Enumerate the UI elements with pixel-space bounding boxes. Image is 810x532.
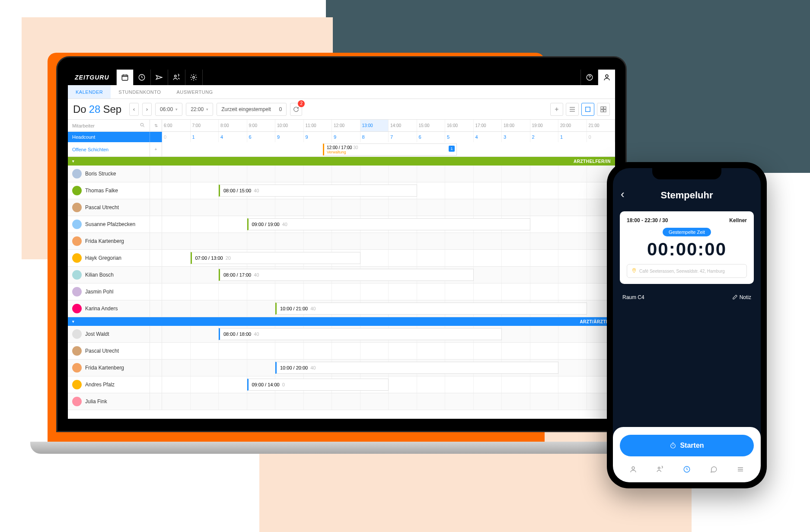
avatar — [72, 346, 82, 356]
avatar — [72, 287, 82, 296]
laptop-mockup: ZEITGURU KALENDER STUNDENKONTO AUSWERTUN… — [56, 56, 627, 454]
shift-block[interactable]: 08:00 / 17:0040 — [219, 269, 474, 281]
avatar — [72, 270, 82, 280]
nav-plane-icon[interactable] — [151, 70, 168, 85]
svg-rect-10 — [604, 109, 606, 111]
employee-name[interactable]: Jasmin Pohl — [68, 284, 150, 300]
tab-user-icon[interactable] — [626, 462, 640, 476]
headcount-cell: 9 — [332, 132, 360, 142]
subtab-auswertung[interactable]: AUSWERTUNG — [169, 85, 220, 99]
employee-timeline — [162, 393, 615, 410]
headcount-cell: 0 — [162, 132, 191, 142]
avatar — [72, 253, 82, 263]
group-header[interactable]: ▾ARZT/ÄRZTIN — [68, 317, 615, 326]
tab-menu-icon[interactable] — [733, 462, 747, 476]
employee-name[interactable]: Frida Kartenberg — [68, 360, 150, 376]
time-to-select[interactable]: 22:00▾ — [186, 103, 213, 116]
shift-block[interactable]: 10:00 / 21:0040 — [275, 303, 587, 315]
note-button[interactable]: Notiz — [732, 294, 751, 300]
headcount-cell: 9 — [304, 132, 332, 142]
time-from-select[interactable]: 06:00▾ — [155, 103, 182, 116]
avatar — [72, 169, 82, 178]
add-open-shift-button[interactable]: + — [150, 142, 162, 156]
nav-clock-icon[interactable] — [134, 70, 151, 85]
open-shift-block[interactable]: 12:00 / 17:00 30 Verwaltung 1 — [323, 143, 457, 156]
nav-settings-icon[interactable] — [185, 70, 203, 85]
avatar — [72, 220, 82, 229]
employee-name[interactable]: Pascal Utrecht — [68, 343, 150, 359]
employee-name[interactable]: Pascal Utrecht — [68, 199, 150, 216]
employee-timeline: 09:00 / 19:0040 — [162, 216, 615, 233]
headcount-row: Headcount 0146999876543210 — [68, 132, 615, 142]
employee-name[interactable]: Thomas Falke — [68, 182, 150, 199]
employee-row: Kilian Bosch08:00 / 17:0040 — [68, 267, 615, 284]
add-button[interactable]: + — [550, 103, 563, 116]
svg-rect-9 — [601, 109, 603, 111]
employee-name[interactable]: Jost Waldt — [68, 326, 150, 342]
nav-profile-icon[interactable] — [598, 70, 615, 85]
sort-button[interactable]: ⇅ — [150, 120, 162, 131]
subtabs: KALENDER STUNDENKONTO AUSWERTUNG — [68, 85, 615, 99]
tab-chat-icon[interactable] — [707, 462, 721, 476]
day-view-button[interactable] — [581, 103, 594, 116]
employee-name[interactable]: Frida Kartenberg — [68, 233, 150, 249]
employee-timeline — [162, 284, 615, 300]
employee-row: Frida Kartenberg — [68, 233, 615, 250]
location-pin-icon — [631, 268, 637, 274]
employee-name[interactable]: Boris Strucke — [68, 166, 150, 182]
headcount-cell: 6 — [247, 132, 276, 142]
employee-timeline: 09:00 / 14:000 — [162, 376, 615, 393]
employee-name[interactable]: Susanne Pfalzbecken — [68, 216, 150, 233]
checked-in-display[interactable]: Zurzeit eingestempelt 0 — [217, 103, 287, 116]
shift-block[interactable]: 08:00 / 15:0040 — [219, 185, 417, 197]
shift-block[interactable]: 08:00 / 18:0040 — [219, 328, 502, 340]
headcount-cell: 1 — [558, 132, 587, 142]
nav-calendar-icon[interactable] — [116, 70, 134, 85]
employee-timeline — [162, 166, 615, 182]
employee-timeline: 07:00 / 13:0020 — [162, 250, 615, 266]
avatar — [72, 304, 82, 313]
open-shifts-row: Offene Schichten + 12:00 / 17:00 30 Verw… — [68, 142, 615, 157]
employee-row: Boris Strucke — [68, 166, 615, 182]
subtab-stundenkonto[interactable]: STUNDENKONTO — [111, 85, 169, 99]
employee-name[interactable]: Hayk Gregorian — [68, 250, 150, 266]
employee-name[interactable]: Karina Anders — [68, 300, 150, 317]
avatar — [72, 236, 82, 246]
headcount-label: Headcount — [68, 132, 150, 142]
nav-help-icon[interactable] — [580, 70, 598, 85]
employee-name[interactable]: Julia Fink — [68, 393, 150, 410]
phone-mockup: ‹ Stempeluhr 18:00 - 22:30 / 30 Kellner … — [607, 162, 767, 488]
shift-block[interactable]: 07:00 / 13:0020 — [191, 252, 360, 264]
employee-timeline — [162, 199, 615, 216]
nav-users-icon[interactable] — [168, 70, 185, 85]
grid-view-button[interactable] — [597, 103, 610, 116]
search-icon[interactable] — [140, 122, 145, 129]
employee-row: Karina Anders10:00 / 21:0040 — [68, 300, 615, 317]
tab-clock-icon[interactable] — [680, 462, 694, 476]
list-view-button[interactable] — [566, 103, 579, 116]
back-button[interactable]: ‹ — [621, 188, 625, 201]
group-header[interactable]: ▾ARZTHELFER/IN — [68, 157, 615, 166]
subtab-kalender[interactable]: KALENDER — [68, 85, 111, 99]
hour-header-cell: 12:00 — [332, 120, 360, 131]
start-button[interactable]: Starten — [620, 435, 754, 456]
room-label: Raum C4 — [622, 294, 644, 300]
tab-users-icon[interactable] — [653, 462, 667, 476]
employee-name[interactable]: Kilian Bosch — [68, 267, 150, 283]
shift-block[interactable]: 10:00 / 20:0040 — [275, 362, 558, 374]
refresh-button[interactable]: 2 — [290, 103, 302, 116]
employee-name[interactable]: Andres Pfalz — [68, 376, 150, 393]
toolbar: Do 28 Sep ‹ › 06:00▾ 22:00▾ Zurzeit eing… — [68, 99, 615, 120]
avatar — [72, 203, 82, 212]
prev-day-button[interactable]: ‹ — [129, 103, 139, 116]
app-logo: ZEITGURU — [68, 74, 116, 81]
schedule-grid: Mitarbeiter ⇅ 6:007:008:009:0010:0011:00… — [68, 120, 615, 419]
avatar — [72, 329, 82, 339]
next-day-button[interactable]: › — [142, 103, 152, 116]
svg-point-11 — [140, 123, 144, 126]
shift-block[interactable]: 09:00 / 14:000 — [247, 379, 389, 391]
employee-timeline: 08:00 / 18:0040 — [162, 326, 615, 342]
headcount-cell: 5 — [445, 132, 474, 142]
shift-block[interactable]: 09:00 / 19:0040 — [247, 218, 530, 230]
location-field[interactable]: Café Seeterassen, Seewaldstr. 42, Hambur… — [627, 264, 747, 278]
